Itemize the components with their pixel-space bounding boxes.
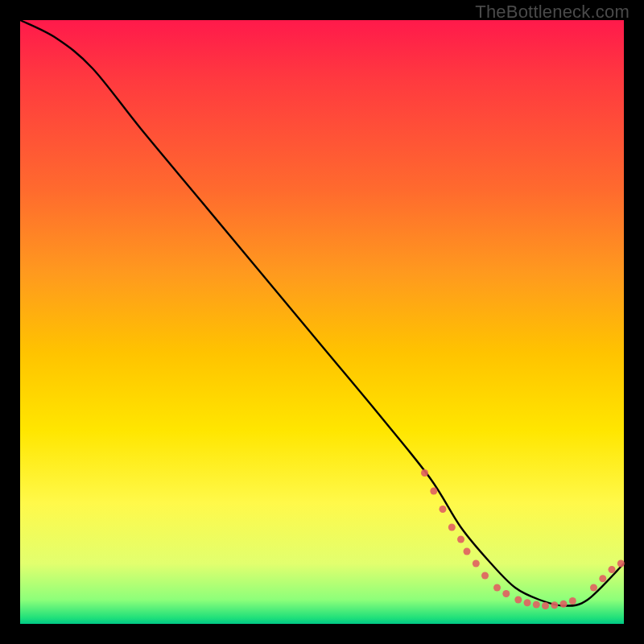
data-marker [599, 575, 606, 582]
data-marker [448, 524, 456, 531]
data-marker [440, 506, 447, 513]
data-marker [473, 560, 480, 568]
data-markers [421, 469, 625, 609]
data-marker [421, 469, 428, 477]
plot-area [20, 20, 624, 624]
data-marker [551, 601, 558, 609]
data-marker [560, 601, 568, 608]
data-marker [464, 548, 471, 555]
data-marker [569, 597, 576, 605]
watermark-text: TheBottleneck.com [475, 2, 630, 23]
chart-frame: TheBottleneck.com [0, 0, 644, 644]
data-marker [542, 602, 549, 609]
data-marker [617, 560, 625, 568]
data-marker [457, 536, 464, 543]
data-marker [609, 566, 616, 573]
data-marker [514, 597, 522, 604]
data-marker [533, 601, 540, 609]
data-marker [524, 599, 531, 606]
curve-overlay [20, 20, 624, 624]
data-marker [481, 572, 489, 580]
data-marker [430, 488, 437, 495]
data-marker [493, 584, 501, 592]
bottleneck-curve [20, 20, 624, 606]
data-marker [590, 584, 597, 592]
data-marker [502, 590, 510, 597]
